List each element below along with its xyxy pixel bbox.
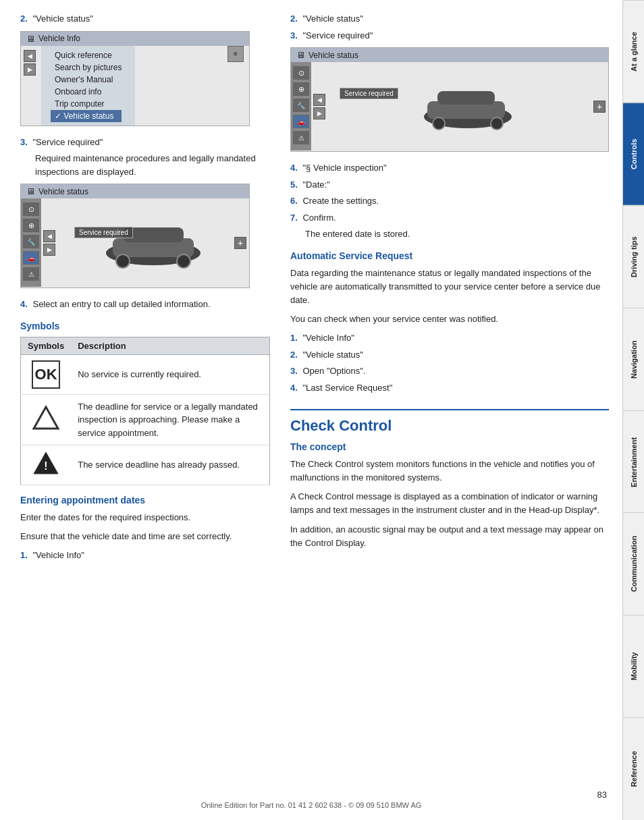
- step-num-3r: 3.: [290, 30, 298, 40]
- arrow-up[interactable]: ◀: [24, 50, 36, 62]
- sym-triangle-outline-cell: [21, 394, 72, 445]
- screen1-title: Vehicle Info: [38, 34, 80, 43]
- left-column: 2. "Vehicle status" 🖥 Vehicle Info ◀ ▶ Q…: [20, 12, 284, 800]
- right-column: 2. "Vehicle status" 3. "Service required…: [284, 12, 609, 800]
- auto-step-2: 2. "Vehicle status": [290, 348, 609, 362]
- screen2-arrow-left[interactable]: ◀: [43, 230, 55, 242]
- step-2-left: 2. "Vehicle status": [20, 12, 270, 26]
- step-4-right: 4. "§ Vehicle inspection": [290, 161, 609, 175]
- screen2-arrow-right[interactable]: ▶: [43, 244, 55, 256]
- auto-step-1: 1. "Vehicle Info": [290, 331, 609, 345]
- sidebar-tab-mobility[interactable]: Mobility: [623, 615, 644, 717]
- sidebar-tab-controls[interactable]: Controls: [623, 103, 644, 205]
- screen2-icon: 🖥: [26, 186, 35, 196]
- sym-triangle-filled-cell: !: [21, 445, 72, 485]
- r-arrow-left[interactable]: ◀: [313, 94, 325, 106]
- entering-step-text-1: "Vehicle Info": [32, 550, 84, 560]
- r-arrow-right[interactable]: ▶: [313, 107, 325, 119]
- menu-item-1[interactable]: Quick reference: [55, 49, 122, 61]
- auto-step-num-3: 3.: [290, 366, 298, 376]
- auto-step-text-2: "Vehicle status": [302, 350, 363, 360]
- step-num-3l: 3.: [20, 137, 28, 147]
- entering-step1: 1. "Vehicle Info": [20, 549, 270, 562]
- screen1-arrows: ◀ ▶: [21, 46, 38, 80]
- step-text-4r: "§ Vehicle inspection": [302, 163, 386, 173]
- r-icon-3: 🔧: [293, 99, 309, 112]
- screen-right-title: Vehicle status: [308, 51, 358, 60]
- screen-right-body: ⊙ ⊕ 🔧 🚗 ⚠ ◀ ▶: [291, 62, 608, 151]
- table-row: OK No service is currently required.: [21, 354, 270, 394]
- concept-heading: The concept: [290, 441, 609, 452]
- menu-item-3[interactable]: Owner's Manual: [55, 74, 122, 86]
- entering-para2: Ensure that the vehicle date and time ar…: [20, 530, 270, 543]
- auto-service-heading: Automatic Service Request: [290, 250, 609, 261]
- sidebar-tab-communication[interactable]: Communication: [623, 512, 644, 615]
- auto-para2: You can check when your service center w…: [290, 312, 609, 326]
- table-row: ! The service deadline has already passe…: [21, 445, 270, 485]
- screen2-body: ⊙ ⊕ 🔧 🚗 ⚠ ◀ ▶: [21, 198, 249, 287]
- plus-btn-left[interactable]: +: [234, 237, 246, 249]
- sym-triangle-filled-desc: The service deadline has already passed.: [71, 445, 269, 485]
- cc-para3: In addition, an acoustic signal may be o…: [290, 523, 609, 550]
- ok-symbol: OK: [32, 360, 60, 389]
- sidebar-tab-entertainment[interactable]: Entertainment: [623, 410, 644, 513]
- step-3-left: 3. "Service required": [20, 136, 270, 149]
- sidebar-tab-reference[interactable]: Reference: [623, 717, 644, 820]
- plus-btn-right[interactable]: +: [593, 101, 606, 113]
- step-2-right: 2. "Vehicle status": [290, 12, 609, 26]
- description-col-header: Description: [71, 337, 269, 354]
- auto-step-text-3: Open "Options".: [302, 366, 365, 376]
- step-4-left: 4. Select an entry to call up detailed i…: [20, 298, 270, 311]
- menu-item-6-selected[interactable]: ✓ Vehicle status: [51, 110, 122, 122]
- vehicle-status-screen-left: 🖥 Vehicle status ⊙ ⊕ 🔧 🚗 ⚠ ◀ ▶: [20, 184, 250, 288]
- step-num-6r: 6.: [290, 196, 298, 206]
- step-7-right: 7. Confirm.: [290, 211, 609, 225]
- menu-item-4[interactable]: Onboard info: [55, 86, 122, 98]
- screen1-ctrl-btn[interactable]: ≡: [227, 46, 244, 62]
- auto-step-num-2: 2.: [290, 350, 298, 360]
- symbols-table: Symbols Description OK No service is cur…: [20, 337, 270, 485]
- sidebar-tab-navigation[interactable]: Navigation: [623, 308, 644, 410]
- auto-para1: Data regarding the maintenance status or…: [290, 267, 609, 307]
- svg-point-11: [433, 117, 445, 130]
- triangle-outline-symbol: [32, 406, 59, 430]
- step-num-2l: 2.: [20, 13, 28, 24]
- icon-circle: ⊙: [23, 202, 39, 216]
- menu-item-5[interactable]: Trip computer: [55, 98, 122, 110]
- vehicle-info-screen: 🖥 Vehicle Info ◀ ▶ Quick reference Searc…: [20, 31, 250, 126]
- vehicle-status-screen-right: 🖥 Vehicle status ⊙ ⊕ 🔧 🚗 ⚠ ◀ ▶: [290, 47, 609, 152]
- svg-rect-10: [437, 91, 495, 105]
- screen2-title: Vehicle status: [38, 187, 88, 196]
- screen1-nav: ◀ ▶ Quick reference Search by pictures O…: [21, 46, 249, 126]
- sidebar-tab-driving-tips[interactable]: Driving tips: [623, 205, 644, 308]
- screen2-title-bar: 🖥 Vehicle status: [21, 184, 249, 198]
- arrow-down[interactable]: ▶: [24, 63, 36, 76]
- sidebar-tab-at-a-glance[interactable]: At a glance: [623, 0, 644, 103]
- step-text-6r: Create the settings.: [302, 196, 379, 206]
- entering-para1: Enter the dates for the required inspect…: [20, 511, 270, 524]
- menu-item-2[interactable]: Search by pictures: [55, 61, 122, 74]
- step-num-5r: 5.: [290, 180, 298, 190]
- sidebar: At a glance Controls Driving tips Naviga…: [622, 0, 644, 820]
- step-text-7r: Confirm.: [302, 213, 336, 223]
- svg-point-3: [116, 254, 130, 268]
- page-footer: Online Edition for Part no. 01 41 2 602 …: [0, 801, 622, 809]
- svg-marker-5: [34, 407, 58, 429]
- auto-step-text-1: "Vehicle Info": [302, 333, 354, 343]
- step-3-desc: Required maintenance procedures and lega…: [20, 152, 270, 178]
- screen-right-car: Service required +: [327, 62, 608, 151]
- service-required-label-right: Service required: [340, 88, 398, 99]
- right-car-svg: [417, 78, 518, 135]
- screen2-icons-col: ⊙ ⊕ 🔧 🚗 ⚠: [21, 198, 41, 287]
- auto-step-text-4: "Last Service Request": [302, 383, 392, 393]
- r-icon-2: ⊕: [293, 82, 309, 96]
- screen-right-icons: ⊙ ⊕ 🔧 🚗 ⚠: [291, 62, 311, 151]
- screen1-right-controls: ≡: [227, 46, 249, 62]
- step-7-desc: The entered date is stored.: [290, 227, 609, 241]
- step-text-2l: "Vehicle status": [32, 13, 92, 24]
- screen2-left-arrows: ◀ ▶: [43, 230, 55, 256]
- entering-heading: Entering appointment dates: [20, 495, 270, 505]
- r-icon-1: ⊙: [293, 66, 309, 80]
- icon-car: 🚗: [23, 251, 39, 265]
- main-content: 2. "Vehicle status" 🖥 Vehicle Info ◀ ▶ Q…: [0, 0, 622, 820]
